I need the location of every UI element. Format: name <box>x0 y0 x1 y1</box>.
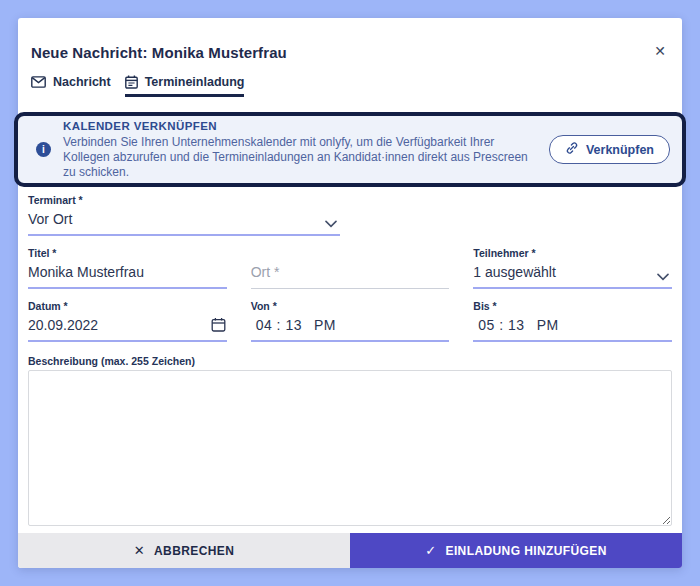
abbrechen-button[interactable]: ✕ ABBRECHEN <box>18 533 350 568</box>
datum-field[interactable]: Datum * 20.09.2022 <box>28 300 227 342</box>
von-field[interactable]: Von * 04 : 13 PM <box>251 300 450 342</box>
chevron-down-icon <box>325 215 337 231</box>
teilnehmer-select[interactable]: Teilnehmer * 1 ausgewählt <box>473 247 672 289</box>
einladung-hinzufuegen-button[interactable]: ✓ EINLADUNG HINZUFÜGEN <box>350 533 682 568</box>
ort-label-spacer <box>251 247 450 260</box>
datum-label: Datum * <box>28 300 227 313</box>
check-icon: ✓ <box>425 543 436 558</box>
banner-body: Verbinden Sie Ihren Unternehmenskalender… <box>63 135 531 180</box>
einladung-hinzufuegen-label: EINLADUNG HINZUFÜGEN <box>445 544 606 558</box>
verknuepfen-button[interactable]: Verknüpfen <box>549 135 670 164</box>
calendar-connect-banner-highlight: i KALENDER VERKNÜPFEN Verbinden Sie Ihre… <box>14 112 686 187</box>
teilnehmer-value: 1 ausgewählt <box>473 264 556 280</box>
tab-nachricht[interactable]: Nachricht <box>31 75 111 97</box>
info-icon: i <box>36 142 51 157</box>
verknuepfen-label: Verknüpfen <box>586 143 654 157</box>
close-icon[interactable]: ✕ <box>649 40 671 62</box>
chevron-down-icon <box>657 268 669 284</box>
terminart-select[interactable]: Terminart * Vor Ort <box>28 194 340 236</box>
banner-text: KALENDER VERKNÜPFEN Verbinden Sie Ihren … <box>63 120 531 180</box>
calendar-icon[interactable] <box>211 317 226 335</box>
envelope-icon <box>31 76 46 88</box>
bis-meridiem[interactable]: PM <box>537 317 559 333</box>
von-time-value[interactable]: 04 : 13 <box>251 317 302 333</box>
tab-termineinladung[interactable]: Termineinladung <box>125 75 245 97</box>
titel-input[interactable] <box>28 264 227 280</box>
x-icon: ✕ <box>134 543 145 558</box>
von-meridiem[interactable]: PM <box>314 317 336 333</box>
titel-field[interactable]: Titel * <box>28 247 227 289</box>
tab-nachricht-label: Nachricht <box>53 75 111 89</box>
tab-bar: Nachricht Termineinladung <box>31 75 244 97</box>
von-label: Von * <box>251 300 450 313</box>
terminart-value: Vor Ort <box>28 211 72 227</box>
terminart-label: Terminart * <box>28 194 340 207</box>
titel-label: Titel * <box>28 247 227 260</box>
ort-input[interactable] <box>251 264 450 280</box>
beschreibung-label: Beschreibung (max. 255 Zeichen) <box>28 355 672 368</box>
banner-heading: KALENDER VERKNÜPFEN <box>63 120 531 132</box>
bis-field[interactable]: Bis * 05 : 13 PM <box>473 300 672 342</box>
beschreibung-textarea[interactable] <box>28 370 672 526</box>
teilnehmer-label: Teilnehmer * <box>473 247 672 260</box>
new-message-dialog: Neue Nachricht: Monika Musterfrau ✕ Nach… <box>18 18 682 568</box>
abbrechen-label: ABBRECHEN <box>154 544 234 558</box>
bis-time-value[interactable]: 05 : 13 <box>473 317 524 333</box>
dialog-title: Neue Nachricht: Monika Musterfrau <box>31 44 287 61</box>
appointment-form: Terminart * Vor Ort Titel * <box>28 194 672 530</box>
ort-field[interactable] <box>251 247 450 289</box>
bis-label: Bis * <box>473 300 672 313</box>
dialog-footer: ✕ ABBRECHEN ✓ EINLADUNG HINZUFÜGEN <box>18 533 682 568</box>
link-icon <box>565 141 579 158</box>
datum-value: 20.09.2022 <box>28 317 98 333</box>
calendar-icon <box>125 75 138 89</box>
tab-termineinladung-label: Termineinladung <box>145 75 245 89</box>
